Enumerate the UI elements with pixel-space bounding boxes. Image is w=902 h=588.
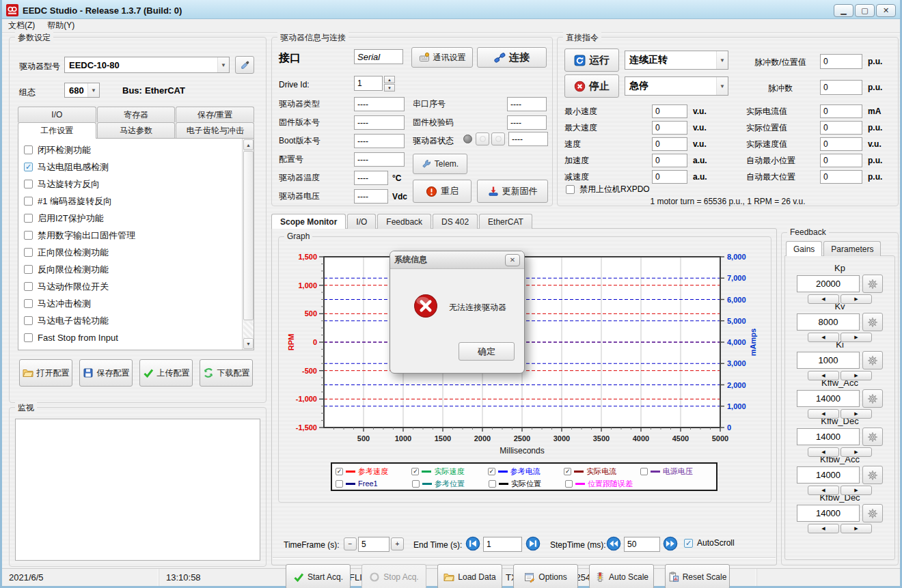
param-tab-5[interactable]: 电子齿轮与冲击 bbox=[176, 122, 254, 139]
dialog-titlebar[interactable]: 系统信息 ✕ bbox=[390, 251, 524, 269]
timeframe-plus-button[interactable]: + bbox=[391, 537, 404, 550]
worklist-item[interactable]: 马达电子齿轮功能 bbox=[18, 312, 242, 329]
scope-tab-1[interactable]: I/O bbox=[347, 214, 376, 229]
gain-value-field[interactable] bbox=[797, 428, 860, 445]
worklist-item[interactable]: 禁用数字输出口固件管理 bbox=[18, 227, 242, 244]
field-value[interactable] bbox=[652, 104, 687, 118]
timeframe-field[interactable] bbox=[358, 537, 390, 552]
gain-value-field[interactable] bbox=[797, 505, 860, 522]
endtime-skip-forward-button[interactable] bbox=[525, 536, 541, 551]
restart-button[interactable]: 重启 bbox=[413, 180, 472, 203]
titlebar[interactable]: EEDC Studio - Release 1.3.7 (Build: 0) ▁… bbox=[2, 0, 900, 19]
close-button[interactable]: ✕ bbox=[876, 4, 896, 17]
scope-tab-0[interactable]: Scope Monitor bbox=[271, 214, 346, 229]
gain-gear-button[interactable] bbox=[862, 428, 883, 446]
field-value[interactable] bbox=[507, 115, 547, 130]
checkbox-icon[interactable]: ✓ bbox=[488, 468, 495, 475]
checkbox-icon[interactable] bbox=[24, 316, 33, 325]
field-value[interactable] bbox=[820, 137, 862, 151]
scope-button-reset-scale[interactable]: Reset Scale bbox=[665, 564, 730, 588]
dialog-close-button[interactable]: ✕ bbox=[505, 254, 520, 266]
checkbox-icon[interactable] bbox=[565, 480, 573, 488]
config-button-3[interactable]: 下载配置 bbox=[200, 359, 253, 387]
field-value[interactable] bbox=[820, 154, 862, 167]
scope-button-stop-acq-[interactable]: Stop Acq. bbox=[361, 564, 426, 588]
timeframe-minus-button[interactable]: − bbox=[344, 537, 357, 550]
field-value[interactable] bbox=[354, 115, 405, 130]
gain-value-field[interactable] bbox=[797, 313, 860, 331]
gain-increase-button[interactable]: ▶ bbox=[840, 409, 872, 419]
param-tab-3[interactable]: 工作设置 bbox=[18, 122, 96, 139]
legend-item[interactable]: 实际位置 bbox=[489, 479, 565, 489]
checkbox-icon[interactable] bbox=[640, 468, 648, 475]
param-tab-0[interactable]: I/O bbox=[18, 107, 96, 122]
gain-decrease-button[interactable]: ◀ bbox=[808, 409, 839, 419]
config-button-0[interactable]: 打开配置 bbox=[19, 359, 72, 387]
gain-decrease-button[interactable]: ◀ bbox=[808, 333, 839, 342]
gain-decrease-button[interactable]: ◀ bbox=[808, 447, 839, 457]
legend-item[interactable]: 位置跟随误差 bbox=[565, 479, 642, 489]
checkbox-icon[interactable] bbox=[24, 180, 33, 188]
stop-button[interactable]: 停止 bbox=[564, 74, 619, 98]
worklist-item[interactable]: 马达旋转方反向 bbox=[18, 176, 242, 193]
gain-increase-button[interactable]: ▶ bbox=[840, 447, 872, 457]
autoscroll-checkbox-row[interactable]: ✓ AutoScroll bbox=[684, 538, 735, 548]
pulse-field[interactable] bbox=[820, 54, 862, 69]
gain-increase-button[interactable]: ▶ bbox=[840, 486, 872, 495]
checkbox-icon[interactable] bbox=[24, 282, 33, 291]
worklist-item[interactable]: ✓马达电阻电感检测 bbox=[18, 158, 242, 176]
field-value[interactable] bbox=[820, 170, 862, 184]
field-value[interactable] bbox=[354, 134, 405, 148]
endtime-skip-back-button[interactable] bbox=[465, 536, 480, 551]
comm-settings-button[interactable]: 通讯设置 bbox=[411, 47, 473, 68]
field-value[interactable] bbox=[354, 152, 405, 167]
field-value[interactable] bbox=[652, 154, 687, 167]
endtime-field[interactable] bbox=[483, 537, 522, 552]
legend-item[interactable]: 电源电压 bbox=[640, 466, 716, 477]
field-value[interactable] bbox=[354, 97, 405, 111]
checkbox-icon[interactable] bbox=[24, 214, 33, 223]
gain-gear-button[interactable] bbox=[862, 389, 883, 408]
telemetry-button[interactable]: Telem. bbox=[413, 154, 467, 174]
worklist-item[interactable]: Fast Stop from Input bbox=[18, 329, 242, 346]
connect-button[interactable]: 连接 bbox=[477, 47, 547, 68]
checkbox-icon[interactable] bbox=[24, 299, 33, 308]
worklist-item[interactable]: 反向限位检测功能 bbox=[18, 261, 242, 278]
drive-status-button-2[interactable] bbox=[491, 132, 505, 145]
gain-gear-button[interactable] bbox=[862, 313, 883, 331]
gain-value-field[interactable] bbox=[797, 352, 860, 369]
gain-value-field[interactable] bbox=[797, 390, 860, 407]
gain-decrease-button[interactable]: ◀ bbox=[808, 294, 839, 304]
checkbox-icon[interactable]: ✓ bbox=[336, 468, 343, 475]
scope-button-load-data[interactable]: Load Data bbox=[437, 564, 502, 588]
spin-down-button[interactable]: ▼ bbox=[384, 84, 395, 92]
legend-item[interactable]: ✓参考电流 bbox=[488, 466, 564, 477]
checkbox-icon[interactable] bbox=[24, 333, 33, 342]
dialog-ok-button[interactable]: 确定 bbox=[459, 342, 515, 361]
param-tab-2[interactable]: 保存/重置 bbox=[176, 107, 254, 122]
config-combobox[interactable]: 680▼ bbox=[64, 83, 100, 98]
legend-item[interactable]: ✓参考速度 bbox=[336, 466, 411, 477]
drive-id-field[interactable] bbox=[354, 76, 383, 91]
field-value[interactable] bbox=[652, 137, 687, 151]
steptime-forward-button[interactable] bbox=[663, 536, 678, 551]
gain-value-field[interactable] bbox=[797, 466, 860, 484]
field-value[interactable] bbox=[354, 171, 388, 185]
gain-value-field[interactable] bbox=[797, 275, 860, 292]
steptime-rewind-button[interactable] bbox=[606, 536, 621, 551]
feedback-tab-0[interactable]: Gains bbox=[786, 241, 822, 256]
worklist-item[interactable]: 正向限位检测功能 bbox=[18, 244, 242, 261]
steptime-field[interactable] bbox=[624, 537, 660, 552]
gain-increase-button[interactable]: ▶ bbox=[840, 371, 872, 380]
scope-button-start-acq-[interactable]: Start Acq. bbox=[286, 564, 351, 588]
menu-item-0[interactable]: 文档(Z) bbox=[2, 18, 41, 33]
model-picker-button[interactable] bbox=[235, 56, 254, 74]
legend-item[interactable]: Free1 bbox=[336, 479, 412, 488]
scope-button-auto-scale[interactable]: Auto Scale bbox=[589, 564, 654, 588]
field-value[interactable] bbox=[652, 121, 687, 135]
worklist-scrollbar[interactable]: ▲ ▼ bbox=[242, 139, 254, 350]
checkbox-icon[interactable] bbox=[24, 145, 33, 154]
worklist-item[interactable]: #1 编码器旋转反向 bbox=[18, 193, 242, 210]
menu-item-1[interactable]: 帮助(Y) bbox=[41, 18, 81, 33]
spin-up-button[interactable]: ▲ bbox=[384, 76, 395, 83]
